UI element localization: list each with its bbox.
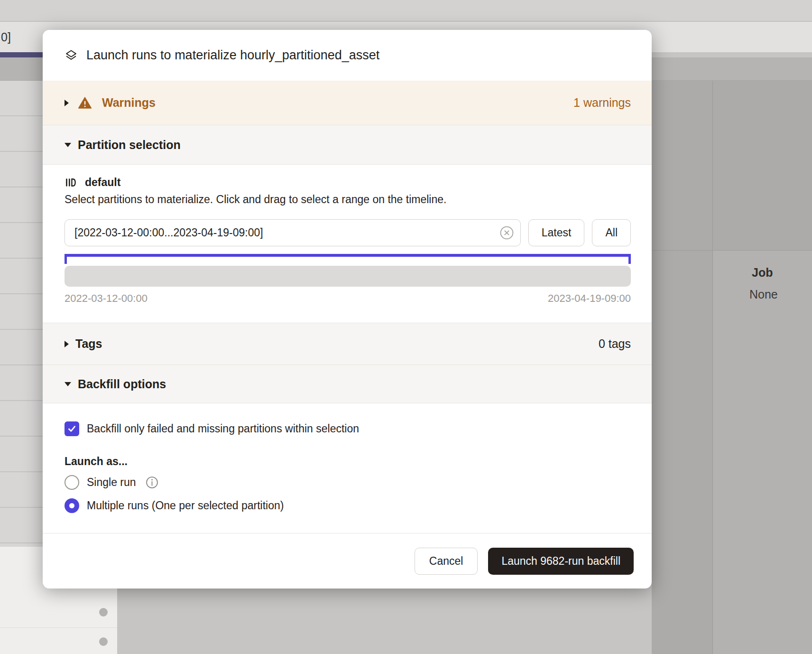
cancel-button[interactable]: Cancel <box>415 548 478 575</box>
tags-label: Tags <box>75 337 102 351</box>
backfill-options-label: Backfill options <box>78 377 166 391</box>
chevron-right-icon <box>65 341 69 347</box>
dimension-name: default <box>85 176 120 189</box>
dialog-title: Launch runs to materialize hourly_partit… <box>86 48 379 63</box>
dimension-row: default <box>65 175 631 189</box>
backfill-scope-label: Backfill only failed and missing partiti… <box>87 422 359 435</box>
info-icon[interactable] <box>146 476 158 489</box>
launch-backfill-button[interactable]: Launch 9682-run backfill <box>488 548 634 575</box>
launch-backfill-dialog: Launch runs to materialize hourly_partit… <box>43 30 652 589</box>
warning-triangle-icon <box>78 96 92 110</box>
backfill-scope-checkbox[interactable] <box>65 421 79 436</box>
backfill-options-section-header[interactable]: Backfill options <box>43 364 652 403</box>
selected-range-bracket <box>65 254 631 264</box>
launch-as-label: Launch as... <box>65 455 630 468</box>
warnings-label: Warnings <box>102 96 156 110</box>
partition-selection-section-header[interactable]: Partition selection <box>43 125 652 165</box>
multiple-runs-radio[interactable] <box>65 498 79 513</box>
timeline-end-label: 2023-04-19-09:00 <box>548 292 631 305</box>
dialog-footer: Cancel Launch 9682-run backfill <box>43 533 652 589</box>
partition-dimension-icon <box>65 177 76 188</box>
multiple-runs-option: Multiple runs (One per selected partitio… <box>65 498 630 513</box>
partition-range-input-wrap <box>65 219 521 246</box>
partition-selection-description: Select partitions to materialize. Click … <box>65 193 631 206</box>
chevron-down-icon <box>65 382 71 386</box>
warnings-section-header[interactable]: Warnings 1 warnings <box>43 81 652 125</box>
tags-count: 0 tags <box>599 337 631 351</box>
backfill-options-body: Backfill only failed and missing partiti… <box>43 403 652 533</box>
screen: 0] Job None Launch runs to materialize h… <box>0 0 812 654</box>
tags-section-header[interactable]: Tags 0 tags <box>43 323 652 364</box>
single-run-option: Single run <box>65 475 630 490</box>
partition-range-row: Latest All <box>65 219 631 246</box>
partition-selection-body: default Select partitions to materialize… <box>43 165 652 323</box>
asset-layers-icon <box>65 49 78 62</box>
clear-selection-button[interactable] <box>499 225 514 240</box>
timeline-start-label: 2022-03-12-00:00 <box>65 292 148 305</box>
all-button[interactable]: All <box>592 219 631 246</box>
partition-range-input[interactable] <box>65 219 521 246</box>
backfill-scope-row: Backfill only failed and missing partiti… <box>65 421 630 436</box>
chevron-down-icon <box>65 143 71 147</box>
dialog-header: Launch runs to materialize hourly_partit… <box>43 30 652 81</box>
multiple-runs-label: Multiple runs (One per selected partitio… <box>87 499 284 512</box>
timeline-date-labels: 2022-03-12-00:00 2023-04-19-09:00 <box>65 292 631 305</box>
single-run-label: Single run <box>87 476 136 489</box>
latest-button[interactable]: Latest <box>528 219 585 246</box>
single-run-radio[interactable] <box>65 475 79 490</box>
selected-range-bar <box>65 254 631 257</box>
partition-timeline[interactable] <box>65 266 631 287</box>
partition-selection-label: Partition selection <box>78 138 181 152</box>
chevron-right-icon <box>65 100 69 106</box>
warnings-count: 1 warnings <box>573 96 631 110</box>
